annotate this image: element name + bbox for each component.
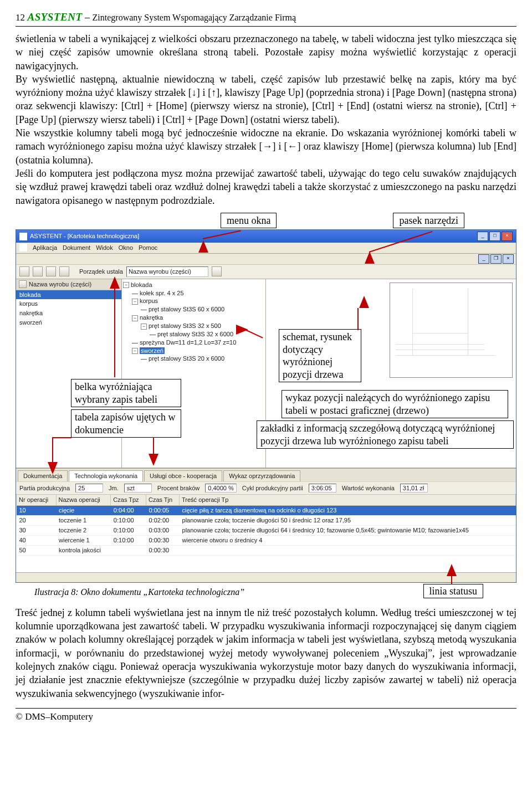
tab-technologia[interactable]: Technologia wykonania [69, 470, 143, 481]
reject-label: Procent braków [157, 484, 200, 492]
mdi-close[interactable]: × [503, 254, 514, 264]
unit-label: Jm. [109, 484, 119, 492]
top-callouts: menu okna pasek narzędzi [16, 213, 516, 228]
mdi-button-bar: _ ❐ × [16, 254, 516, 265]
order-label: Porządek ustala [79, 268, 123, 276]
body-paragraph-1: świetlenia w tabeli a wynikającej z wiel… [16, 32, 516, 207]
nav-last-icon[interactable] [59, 266, 69, 276]
table-row[interactable]: 10cięcie0:04:000:00:05cięcie piłą z tarc… [17, 506, 516, 516]
menu-window[interactable]: Okno [119, 244, 133, 252]
annotation-line [357, 308, 359, 330]
page-footer: © DMS–Komputery [16, 708, 516, 724]
minimize-button[interactable]: _ [477, 232, 488, 241]
maximize-button[interactable]: □ [489, 232, 500, 241]
callout-tabela: tabela zapisów ujętych w dokumencie [71, 409, 181, 438]
arrow-icon [359, 296, 369, 308]
pin-icon[interactable] [19, 280, 27, 288]
table-row[interactable]: 50kontrola jakości0:00:30 [17, 545, 516, 555]
batch-value[interactable]: 25 [75, 484, 103, 493]
menu-bar[interactable]: Aplikacja Dokument Widok Okno Pomoc [16, 243, 516, 254]
value-value: 31,01 zł [400, 484, 428, 493]
batch-label: Partia produkcyjna [19, 484, 70, 492]
col-tpz[interactable]: Czas Tpz [111, 495, 146, 506]
arrow-icon [48, 462, 58, 474]
arrow-icon [365, 252, 375, 264]
dropdown-icon[interactable] [212, 266, 222, 276]
title-bar[interactable]: ASYSTENT - [Kartoteka technologiczna] _ … [16, 230, 516, 243]
annotation-line [52, 437, 71, 438]
callout-toolbar: pasek narzędzi [393, 213, 464, 228]
col-tjn[interactable]: Czas Tjn [146, 495, 179, 506]
tab-wykaz[interactable]: Wykaz oprzyrządowania [223, 470, 300, 481]
dash: – [85, 12, 90, 23]
list-item[interactable]: korpus [16, 299, 121, 309]
list-item[interactable]: blokada [16, 290, 121, 300]
window-title: ASYSTENT - [Kartoteka technologiczna] [30, 232, 139, 240]
page-number: 12 [16, 12, 25, 23]
drawing-image [390, 283, 512, 377]
drawing-preview [390, 283, 513, 378]
table-blank [16, 555, 516, 572]
callout-schemat: schemat, rysunek dotyczący wyróżnionej p… [279, 329, 361, 382]
order-field[interactable]: Nazwa wyrobu (części) [126, 266, 208, 277]
reject-value[interactable]: 0,4000 % [205, 484, 236, 493]
list-item[interactable]: nakrętka [16, 309, 121, 318]
screenshot: ASYSTENT - [Kartoteka technologiczna] _ … [16, 229, 516, 582]
arrow-icon [149, 454, 158, 466]
menu-help[interactable]: Pomoc [139, 244, 157, 252]
nav-next-icon[interactable] [46, 266, 56, 276]
arrow-icon [198, 240, 208, 253]
callout-wykaz: wykaz pozycji należących do wyróżnionego… [282, 390, 508, 418]
list-item[interactable]: sworzeń [16, 318, 121, 327]
unit-value[interactable]: szt [124, 484, 152, 493]
mdi-restore[interactable]: ❐ [490, 254, 502, 264]
body-paragraph-2: Treść jednej z kolumn tabeli wyświetlana… [16, 606, 516, 700]
left-header-label: Nazwa wyrobu (części) [29, 280, 91, 289]
col-nr[interactable]: Nr operacji [17, 495, 57, 506]
tree-item[interactable]: −nakrętka [132, 314, 264, 322]
status-bar [16, 572, 516, 582]
callout-status: linia statusu [423, 584, 484, 598]
tree-item-selected[interactable]: −sworzeń [132, 347, 264, 355]
cycle-label: Cykl produkcyjny partii [242, 484, 303, 492]
tree-item[interactable]: — sprężyna Dw=11 d=1,2 Lo=37 z=10 [132, 338, 264, 347]
mdi-min[interactable]: _ [478, 254, 489, 264]
col-tresc[interactable]: Treść operacji Tp [180, 495, 516, 506]
annotation-line [153, 437, 154, 454]
nav-first-icon[interactable] [19, 266, 29, 276]
arrow-icon [447, 564, 457, 576]
table-row[interactable]: 40wiercenie 10:10:000:00:30wiercenie otw… [17, 535, 516, 545]
left-pane: Nazwa wyrobu (części) blokada korpus nak… [16, 279, 122, 468]
col-nazwa[interactable]: Nazwa operacji [56, 495, 111, 506]
callout-belka: belka wyróżniająca wybrany zapis tabeli [71, 379, 181, 407]
product-name: ASYSTENT [28, 11, 83, 23]
tab-dokumentacja[interactable]: Dokumentacja [18, 470, 68, 481]
nav-prev-icon[interactable] [33, 266, 43, 276]
callout-menu: menu okna [221, 213, 277, 228]
menu-doc[interactable]: Dokument [63, 244, 90, 252]
table-row[interactable]: 30toczenie 20:10:000:03:00planowanie czo… [17, 526, 516, 536]
detail-row: Partia produkcyjna 25 Jm. szt Procent br… [16, 481, 516, 495]
annotation-line [52, 437, 53, 462]
figure-caption: Ilustracja 8: Okno dokumentu „Kartoteka … [34, 586, 244, 598]
tree-item[interactable]: −korpus [132, 297, 264, 305]
tree-root[interactable]: −blokada [123, 281, 264, 289]
arrow-icon [110, 276, 120, 289]
app-icon [19, 233, 27, 240]
doc-subtitle: Zintegrowany System Wspomagający Zarządz… [93, 13, 296, 22]
page-header: 12 ASYSTENT – Zintegrowany System Wspoma… [16, 10, 516, 27]
operations-table[interactable]: Nr operacji Nazwa operacji Czas Tpz Czas… [16, 494, 516, 555]
doc-icon [19, 244, 27, 252]
tab-uslugi[interactable]: Usługi obce - kooperacja [144, 470, 222, 481]
tree-pane[interactable]: −blokada — kołek spr. 4 x 25 −korpus — p… [122, 279, 266, 468]
menu-view[interactable]: Widok [96, 244, 113, 252]
tree-item[interactable]: — pręt stalowy St3S 20 x 6000 [141, 355, 264, 363]
cycle-value: 3:06:05 [309, 484, 336, 493]
table-row[interactable]: 20toczenie 10:10:000:02:00planowanie czo… [17, 516, 516, 526]
tree-item[interactable]: — pręt stalowy St3S 60 x 6000 [141, 305, 264, 314]
menu-app[interactable]: Aplikacja [33, 244, 57, 252]
tree-item[interactable]: — kołek spr. 4 x 25 [132, 289, 264, 297]
callout-zakladki: zakładki z informacją szczegółową dotycz… [257, 420, 514, 449]
close-button[interactable]: × [502, 232, 513, 241]
annotation-line [114, 289, 115, 377]
